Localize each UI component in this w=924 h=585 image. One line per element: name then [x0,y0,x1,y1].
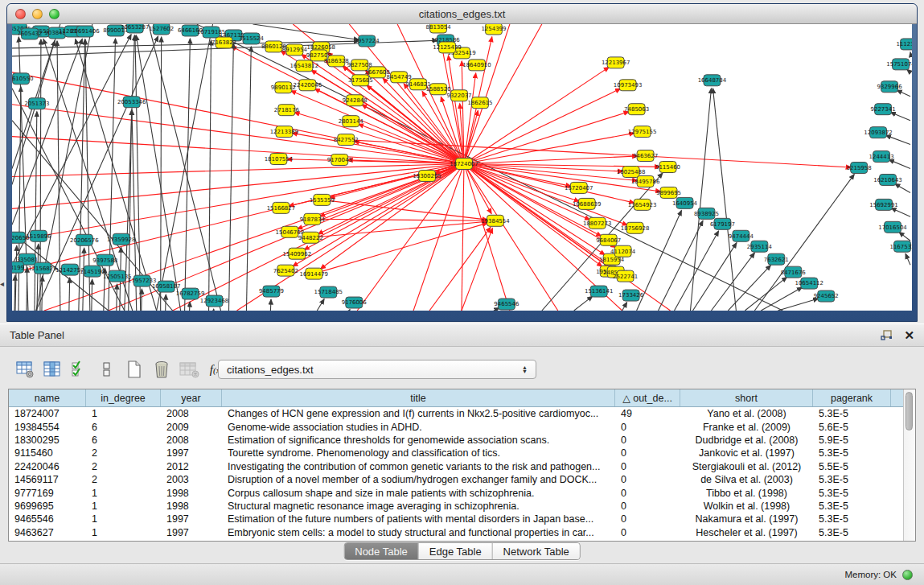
network-node[interactable]: 7625402 [273,265,298,276]
close-window-icon[interactable] [15,9,26,19]
column-header-in_degree[interactable]: in_degree [86,389,161,406]
network-node[interactable]: 9245652 [814,290,839,302]
table-row[interactable]: 911546021997Tourette syndrome. Phenomeno… [9,447,903,459]
network-node[interactable]: 1254399 [481,24,506,35]
network-node[interactable]: 17359928 [107,233,136,245]
table-selector-dropdown[interactable]: citations_edges.txt ▲▼ [218,360,536,379]
tab-network-table[interactable]: Network Table [493,543,580,559]
table-vertical-scrollbar[interactable] [903,389,915,541]
network-node[interactable]: 9485779 [259,286,284,297]
network-node[interactable]: 2051373 [24,98,49,109]
network-node[interactable]: 15718485 [314,286,343,298]
network-node[interactable]: 1167533 [889,241,912,252]
network-node[interactable]: 9176006 [342,297,367,308]
network-node[interactable]: 8215958 [847,163,872,174]
column-visibility-icon[interactable] [40,359,64,380]
network-node[interactable]: 9115460 [655,162,680,173]
memory-ok-icon[interactable] [902,570,913,580]
network-node[interactable]: 13654923 [628,199,657,210]
scrollbar-thumb[interactable] [906,392,913,431]
network-node[interactable]: 16648784 [698,75,727,86]
network-node[interactable]: 8912954 [282,44,308,56]
network-node[interactable]: 16914479 [300,268,329,279]
table-cell: 2012 [161,461,222,472]
network-node[interactable]: 12213389 [270,126,299,138]
node-label: 7632621 [764,257,789,263]
network-node[interactable]: 15751074 [886,59,912,70]
column-header-year[interactable]: year [161,389,222,406]
network-node[interactable]: 9899695 [656,187,681,198]
network-node[interactable]: 18107554 [265,154,294,165]
network-node[interactable]: 7957224 [355,35,380,47]
column-header-out_de[interactable]: △ out_de... [615,389,680,406]
network-node[interactable]: 6179197 [710,218,735,229]
select-rows-icon[interactable] [68,359,92,380]
network-node[interactable]: 2610550 [12,73,34,84]
network-node[interactable]: 8813054 [426,24,452,33]
network-node[interactable]: 33199 [12,262,24,273]
network-node[interactable]: 12975155 [628,126,657,138]
network-node[interactable]: 15136141 [585,286,614,297]
close-panel-icon[interactable]: ✕ [904,329,914,341]
network-node[interactable]: 1733426 [618,290,643,301]
network-node[interactable]: 2718176 [274,105,299,116]
minimize-window-icon[interactable] [32,9,43,19]
network-node[interactable]: 8471676 [781,266,806,278]
table-row[interactable]: 977716911998Corpus callosum shape and si… [9,486,903,499]
splitter-collapse-arrow[interactable]: ◂ [0,279,4,288]
network-node[interactable]: 12213967 [602,57,630,68]
float-window-icon[interactable] [881,330,893,341]
table-settings-icon[interactable] [13,359,37,380]
network-node[interactable]: 1640954 [672,197,698,208]
column-header-title[interactable]: title [222,389,615,406]
network-node[interactable]: 16210643 [873,174,902,185]
network-node[interactable]: 15166827 [267,202,296,213]
column-header-short[interactable]: short [680,389,813,406]
network-node[interactable]: 7485063 [624,104,649,115]
network-node[interactable]: 1527602 [149,24,174,35]
network-node[interactable]: 1519896 [26,230,51,241]
network-node[interactable]: 19384554 [481,215,510,226]
table-row[interactable]: 946362711997Embryonic stem cells: a mode… [9,526,903,539]
delete-column-icon[interactable] [150,359,174,380]
table-row[interactable]: 946554611997Estimation of the future num… [9,513,903,525]
network-node[interactable]: 2803144 [339,116,364,127]
network-node[interactable]: 9463627 [633,150,658,162]
network-node[interactable]: 7515524 [239,33,265,44]
tab-edge-table[interactable]: Edge Table [419,543,493,559]
network-node[interactable]: 1112305 [896,39,912,50]
network-node[interactable]: 4112074 [610,245,636,257]
table-row[interactable]: 1938455462009Genome-wide association stu… [9,420,903,433]
network-node[interactable]: 8427552 [334,134,359,146]
rows-icon[interactable] [95,359,119,380]
network-node[interactable]: 10973493 [614,80,643,91]
new-column-icon[interactable] [122,359,146,380]
network-node[interactable]: 16543812 [290,60,319,72]
network-node[interactable]: 9684067 [596,234,621,245]
network-node[interactable]: 17016504 [878,221,907,233]
network-node[interactable]: 20053346 [117,97,146,108]
node-label: 7957224 [355,38,380,44]
network-node[interactable]: 2935114 [747,241,773,252]
network-canvas-container[interactable]: 2405572903848111283790206914068990013106… [12,24,912,311]
table-row[interactable]: 1872400712008Changes of HCN gene express… [9,407,903,420]
network-node[interactable]: 20206576 [70,234,99,245]
network-node[interactable]: 10688639 [573,198,602,209]
table-row[interactable]: 1456911722003Disruption of a novel membe… [9,473,903,486]
network-node[interactable]: 15692991 [869,199,898,210]
table-row[interactable]: 2242004622012Investigating the contribut… [9,460,903,473]
window-titlebar[interactable]: citations_edges.txt [7,4,917,24]
column-header-pagerank[interactable]: pagerank [813,389,891,406]
network-node[interactable]: 15720407 [565,182,593,193]
network-node[interactable]: 7632621 [764,253,789,265]
column-header-name[interactable]: name [9,389,86,406]
table-row[interactable]: 1830029562008Estimation of significance … [9,434,903,447]
table-row[interactable]: 969969511998Structural magnetic resonanc… [9,500,903,513]
network-node[interactable]: 22420046 [294,80,322,91]
zoom-window-icon[interactable] [49,9,60,19]
network-node[interactable]: 9474444 [729,230,754,241]
tab-node-table[interactable]: Node Table [344,543,419,559]
network-node[interactable]: 18807273 [583,217,612,229]
network-node[interactable]: 8938925 [694,208,719,219]
network-node[interactable]: 10654112 [795,278,823,289]
